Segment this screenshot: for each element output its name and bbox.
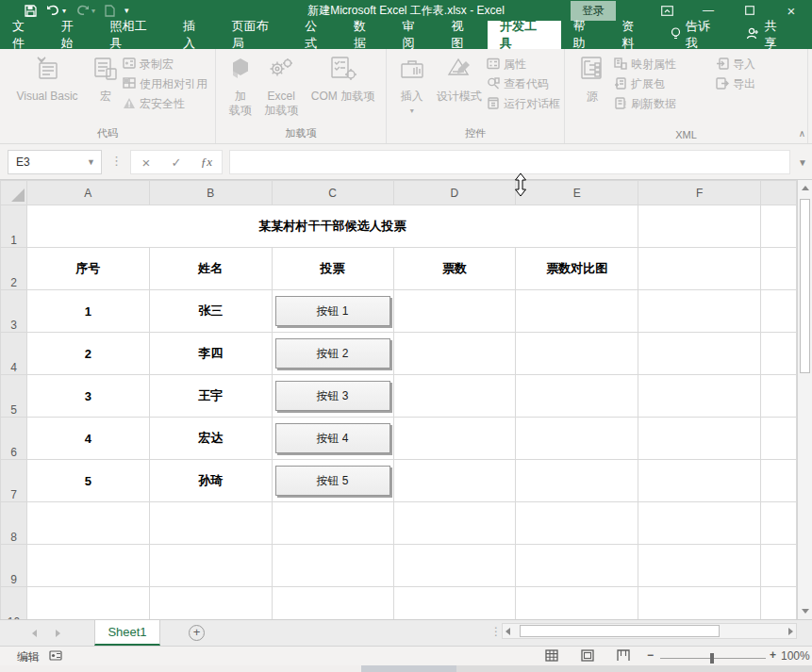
cell[interactable]: [393, 418, 516, 460]
horizontal-scrollbar-thumb[interactable]: [520, 625, 720, 637]
tab-developer[interactable]: 开发工具: [488, 21, 560, 49]
cell-name[interactable]: 王宇: [149, 375, 272, 418]
cell[interactable]: [393, 502, 516, 545]
tab-view[interactable]: 视图: [439, 21, 488, 49]
cell[interactable]: [760, 333, 796, 375]
cell[interactable]: [760, 545, 796, 587]
row-header-3[interactable]: 3: [1, 290, 27, 333]
col-header-b[interactable]: B: [149, 181, 272, 205]
cell[interactable]: [638, 375, 761, 418]
cell[interactable]: [638, 333, 761, 375]
col-header-a[interactable]: A: [26, 181, 149, 205]
cell[interactable]: [516, 290, 638, 333]
tab-insert[interactable]: 插入: [171, 21, 220, 49]
cell[interactable]: [393, 460, 516, 502]
cell[interactable]: [272, 587, 393, 620]
cell-vote[interactable]: 按钮 3: [272, 375, 393, 418]
cell[interactable]: [760, 290, 796, 333]
cell-vote[interactable]: 按钮 5: [272, 460, 393, 502]
col-header-d[interactable]: D: [393, 181, 516, 205]
cell-name[interactable]: 张三: [149, 290, 272, 333]
vote-button-2[interactable]: 按钮 2: [275, 338, 390, 369]
cell[interactable]: [393, 333, 516, 375]
cancel-icon[interactable]: ×: [131, 155, 161, 171]
zoom-in-icon[interactable]: +: [770, 648, 776, 662]
cell[interactable]: [760, 587, 796, 620]
cell-header-vote[interactable]: 投票: [272, 248, 393, 290]
zoom-slider-thumb[interactable]: [710, 653, 714, 664]
cell-vote[interactable]: 按钮 4: [272, 418, 393, 460]
col-header-e[interactable]: E: [516, 181, 638, 205]
undo-icon[interactable]: ▾: [46, 5, 66, 16]
cell-no[interactable]: 3: [26, 375, 149, 418]
sheet-tab-sheet1[interactable]: Sheet1: [94, 620, 160, 646]
cell[interactable]: [760, 375, 796, 418]
cell-no[interactable]: 1: [26, 290, 149, 333]
cell-name[interactable]: 孙琦: [149, 460, 272, 502]
cell-name[interactable]: 宏达: [149, 418, 272, 460]
cell[interactable]: [760, 205, 796, 248]
tab-camera-tools[interactable]: 照相工具: [97, 21, 170, 49]
cell[interactable]: [638, 418, 761, 460]
cell[interactable]: [516, 333, 638, 375]
row-header-10[interactable]: 10: [1, 587, 27, 620]
col-header-partial[interactable]: [760, 181, 796, 205]
cell[interactable]: [26, 545, 149, 587]
row-header-4[interactable]: 4: [1, 333, 27, 375]
vote-button-3[interactable]: 按钮 3: [275, 381, 390, 411]
macro-record-icon[interactable]: [49, 649, 62, 664]
cell[interactable]: [393, 375, 516, 418]
cell[interactable]: [638, 248, 761, 290]
scroll-down-icon[interactable]: [798, 603, 812, 619]
cell-no[interactable]: 4: [26, 418, 149, 460]
normal-view-icon[interactable]: [545, 649, 558, 664]
horizontal-scrollbar[interactable]: [502, 623, 797, 639]
prev-sheet-icon[interactable]: [32, 630, 37, 637]
vote-button-1[interactable]: 按钮 1: [275, 296, 390, 326]
cell-vote[interactable]: 按钮 2: [272, 333, 393, 375]
cell[interactable]: [760, 460, 796, 502]
name-box-dropdown-icon[interactable]: ▼: [87, 157, 101, 167]
vote-button-5[interactable]: 按钮 5: [275, 466, 390, 496]
cell[interactable]: [516, 545, 638, 587]
row-header-7[interactable]: 7: [1, 460, 27, 502]
cell[interactable]: [760, 502, 796, 545]
cell[interactable]: [149, 545, 272, 587]
scroll-right-icon[interactable]: [788, 628, 793, 635]
cell[interactable]: [638, 290, 761, 333]
formula-bar-drag-dots[interactable]: ⋮: [110, 154, 123, 168]
tab-info[interactable]: 资料: [609, 21, 658, 49]
save-icon[interactable]: [25, 5, 37, 17]
next-sheet-icon[interactable]: [56, 630, 60, 637]
share-button[interactable]: 共享: [734, 21, 801, 49]
vote-button-4[interactable]: 按钮 4: [275, 423, 390, 453]
row-header-6[interactable]: 6: [1, 418, 27, 460]
add-sheet-icon[interactable]: +: [189, 625, 205, 641]
tab-tell-me[interactable]: 告诉我: [658, 21, 734, 49]
scroll-left-icon[interactable]: [505, 628, 510, 635]
zoom-level[interactable]: 100%: [781, 649, 810, 663]
zoom-out-icon[interactable]: −: [647, 648, 654, 662]
cell[interactable]: [393, 290, 516, 333]
cell-vote[interactable]: 按钮 1: [272, 290, 393, 333]
cell[interactable]: [272, 502, 393, 545]
tab-help[interactable]: 帮助: [561, 21, 610, 49]
cell[interactable]: [26, 587, 149, 620]
collapse-ribbon-icon[interactable]: ∧: [799, 128, 805, 139]
cell-name[interactable]: 李四: [149, 333, 272, 375]
row-header-8[interactable]: 8: [1, 502, 27, 545]
tab-home[interactable]: 开始: [49, 21, 98, 49]
cell[interactable]: [638, 460, 761, 502]
cell-header-no[interactable]: 序号: [26, 248, 149, 290]
tab-file[interactable]: 文件: [0, 21, 49, 49]
tab-review[interactable]: 审阅: [390, 21, 439, 49]
scroll-up-icon[interactable]: [798, 180, 812, 196]
enter-icon[interactable]: ✓: [161, 156, 191, 170]
cell-header-chart[interactable]: 票数对比图: [516, 248, 638, 290]
col-header-f[interactable]: F: [638, 181, 761, 205]
cell[interactable]: [516, 418, 638, 460]
tab-page-layout[interactable]: 页面布局: [220, 21, 292, 49]
tab-formulas[interactable]: 公式: [292, 21, 341, 49]
cell[interactable]: [149, 587, 272, 620]
cell[interactable]: [149, 502, 272, 545]
